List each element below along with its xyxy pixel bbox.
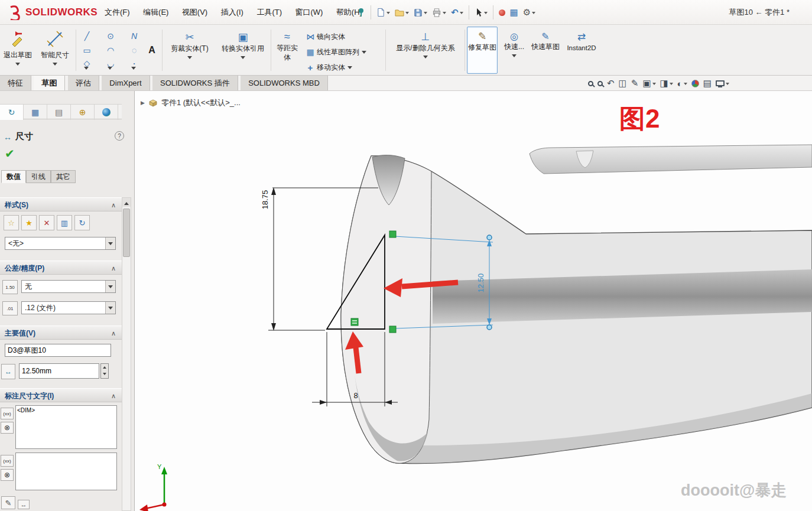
primary-value-section-header[interactable]: 主要值(V) ∧ [0,326,122,340]
offset-entities-button[interactable]: ≈ 等距实体 [273,27,301,74]
section-view-button[interactable]: ◫ [619,78,627,89]
dimension-handle[interactable] [487,325,492,330]
rapid-sketch-button[interactable]: ✎ 快速草图 [531,27,560,74]
options-button[interactable]: ⚙ [521,5,537,20]
spinner-down-button[interactable] [101,371,108,378]
caret-icon[interactable] [362,51,366,56]
text-tool-button[interactable]: A [144,44,160,57]
dimension-text-section-header[interactable]: 标注尺寸文字(I) ∧ [0,388,122,402]
zoom-area-button[interactable] [597,81,603,86]
sketch-point-marker[interactable] [389,326,396,333]
line-tool-button[interactable]: ╱ [79,30,95,43]
tab-features[interactable]: 特征 [0,76,31,90]
construction-geometry-button[interactable]: ◌ [126,44,142,57]
rectangle-tool-button[interactable]: ▭ [79,44,95,57]
view-settings-button[interactable] [716,80,729,87]
menu-view[interactable]: 视图(V) [177,0,213,25]
dropdown-button[interactable] [105,302,115,314]
display-relations-button[interactable]: ⊥ 显示/删除几何关系 [388,27,463,74]
convert-entities-button[interactable]: ▣ 转换实体引用 [215,27,271,74]
chevron-up-icon[interactable]: ∧ [111,198,116,212]
menu-tools[interactable]: 工具(T) [251,0,287,25]
panel-tab-configurations[interactable]: ▤ [47,105,71,120]
caret-icon[interactable] [670,83,673,87]
caret-icon[interactable] [386,12,390,16]
smart-dimension-button[interactable]: 智能尺寸 [35,27,74,74]
dropdown-button[interactable] [105,281,115,292]
help-icon[interactable]: ? [115,131,124,141]
display-style-button[interactable]: ◨ [660,78,673,89]
caret-icon[interactable] [684,83,687,87]
graphics-viewport[interactable]: 18.75 8 12.50 [135,91,812,511]
resize-handle-icon[interactable]: ↔ [18,500,30,509]
tab-addins[interactable]: SOLIDWORKS 插件 [152,76,238,90]
exit-sketch-button[interactable]: 退出草图 [1,27,34,74]
sketch-point-marker[interactable] [389,231,396,237]
hide-show-items-button[interactable]: ◐ [677,79,687,89]
save-style-button[interactable]: ▥ [57,215,72,230]
sketch-pencil-icon[interactable]: ✎ [1,496,15,509]
task-pane-button[interactable]: ▦ [508,5,520,20]
tab-sketch[interactable]: 草图 [34,76,65,90]
center-text-icon[interactable]: ⊗ [1,422,14,434]
dimension-name-field[interactable] [5,344,111,357]
move-entities-button[interactable]: + 移动实体 [304,60,384,74]
caret-icon[interactable] [187,56,192,61]
style-dropdown[interactable]: <无> [5,237,116,250]
panel-scrollbar[interactable] [122,197,131,511]
dropdown-button[interactable] [105,237,115,249]
ok-check-button[interactable]: ✔ [5,147,15,161]
save-button[interactable] [412,5,429,20]
dimension-text-area[interactable]: <DIM> [15,405,117,449]
paren-text-icon[interactable]: (xx) [1,455,14,467]
breadcrumb-text[interactable]: 零件1 (默认<<默认>_... [161,97,241,108]
tab-dimxpert[interactable]: DimXpert [102,76,150,90]
add-style-button[interactable]: ★ [21,215,37,230]
spline-tool-button[interactable]: N [126,30,142,43]
caret-icon[interactable] [347,66,352,71]
menu-edit[interactable]: 编辑(E) [138,0,174,25]
view-orientation-button[interactable]: ▣ [642,78,655,89]
model-top-face[interactable] [530,145,812,174]
caret-icon[interactable] [726,83,729,87]
caret-icon[interactable] [512,54,517,60]
panel-tab-propertymanager[interactable]: ▦ [24,105,47,120]
previous-view-button[interactable]: ↶ [607,78,615,89]
feature-breadcrumb[interactable]: ▶ 零件1 (默认<<默认>_... [141,97,241,108]
tolerance-dropdown[interactable]: 无 [21,280,116,293]
value-spinner[interactable] [100,363,109,379]
sketch-annotation-button[interactable]: ✎ [631,78,639,89]
open-document-button[interactable] [393,5,411,20]
dimension-handle[interactable] [487,235,492,240]
dim-selected-text[interactable]: 12.50 [476,274,485,293]
panel-tab-dimxpert[interactable]: ⊕ [71,105,95,120]
repair-sketch-button[interactable]: ✎ 修复草图 [467,27,498,74]
trim-entities-button[interactable]: ✂ 剪裁实体(T) [165,27,214,74]
menu-window[interactable]: 窗口(W) [290,0,328,25]
apply-scene-button[interactable]: ▤ [703,78,712,89]
dim-width-text[interactable]: 8 [353,391,358,400]
dimension-value-field[interactable] [19,363,99,379]
spinner-up-button[interactable] [101,364,108,371]
chevron-up-icon[interactable]: ∧ [111,261,116,275]
caret-icon[interactable] [15,63,20,68]
pushpin-icon[interactable] [355,5,367,20]
linear-pattern-button[interactable]: ▦ 线性草图阵列 [304,45,384,59]
new-document-button[interactable] [375,5,392,20]
caret-icon[interactable] [460,12,463,16]
scroll-up-button[interactable] [122,198,131,207]
undo-button[interactable]: ↶ [449,5,465,20]
tab-other[interactable]: 其它 [51,170,76,183]
mirror-entities-button[interactable]: ⋈ 镜向实体 [304,30,384,44]
caret-icon[interactable] [241,56,245,61]
interference-check-button[interactable] [497,5,507,20]
tab-mbd[interactable]: SOLIDWORKS MBD [241,76,328,90]
style-section-header[interactable]: 样式(S) ∧ [0,197,122,211]
menu-insert[interactable]: 插入(I) [216,0,249,25]
menu-file[interactable]: 文件(F) [99,0,135,25]
caret-icon[interactable] [443,12,446,16]
expand-arrow-icon[interactable]: ▶ [141,100,145,106]
panel-tab-displaymanager[interactable] [95,105,118,120]
panel-tab-featuremanager[interactable]: ↻ [0,105,24,120]
caret-icon[interactable] [424,12,427,16]
